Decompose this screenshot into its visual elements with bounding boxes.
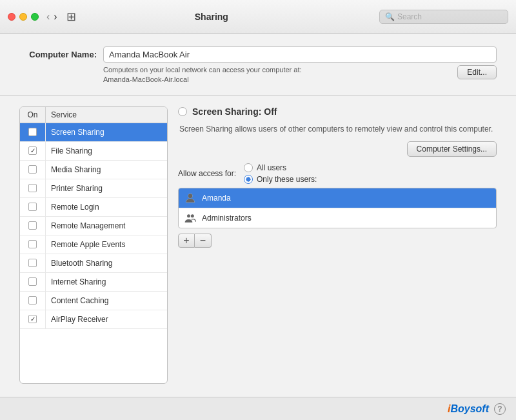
services-header-on: On: [20, 107, 46, 123]
service-checkbox[interactable]: ✓: [28, 315, 37, 323]
service-row[interactable]: Screen Sharing: [20, 123, 167, 142]
computer-name-section: Computer Name: Computers on your local n…: [19, 46, 497, 85]
screen-sharing-title: Screen Sharing: Off: [192, 106, 277, 117]
svg-point-2: [187, 214, 190, 217]
computer-name-input[interactable]: [103, 46, 497, 63]
panel-section: On Service Screen Sharing✓File SharingMe…: [19, 106, 497, 384]
computer-settings-button[interactable]: Computer Settings...: [407, 141, 497, 157]
service-checkbox[interactable]: [28, 259, 37, 267]
edit-button[interactable]: Edit...: [457, 65, 497, 79]
service-name: File Sharing: [46, 142, 167, 160]
service-name: Remote Management: [46, 217, 167, 235]
only-these-label: Only these users:: [257, 175, 317, 184]
services-rows: Screen Sharing✓File SharingMedia Sharing…: [20, 123, 167, 329]
only-these-radio[interactable]: [244, 175, 253, 184]
service-row[interactable]: Remote Apple Events: [20, 235, 167, 254]
computer-name-right: Computers on your local network can acce…: [103, 46, 497, 85]
svg-point-3: [191, 214, 194, 217]
service-checkbox[interactable]: [28, 296, 37, 305]
service-checkbox-cell: [20, 179, 46, 197]
svg-point-1: [188, 194, 193, 198]
access-options: All users Only these users:: [244, 163, 317, 184]
service-checkbox-cell: [20, 161, 46, 179]
service-checkbox-cell: [20, 292, 46, 310]
right-panel: Screen Sharing: Off Screen Sharing allow…: [178, 106, 497, 384]
service-checkbox[interactable]: [28, 221, 37, 230]
add-user-button[interactable]: +: [178, 234, 195, 248]
service-checkbox-cell: [20, 254, 46, 272]
service-checkbox-cell: [20, 217, 46, 235]
screen-sharing-radio[interactable]: [178, 107, 187, 116]
bottom-bar: iBoysoft ?: [0, 397, 516, 420]
minimize-button[interactable]: [19, 13, 27, 21]
titlebar: ‹ › ⊞ Sharing 🔍: [0, 0, 516, 34]
service-checkbox[interactable]: [28, 277, 37, 286]
search-icon: 🔍: [385, 12, 395, 21]
service-checkbox[interactable]: [28, 203, 37, 211]
divider: [0, 95, 516, 96]
maximize-button[interactable]: [31, 13, 39, 21]
computer-name-subtext: Computers on your local network can acce…: [103, 65, 451, 85]
computer-name-label: Computer Name:: [19, 46, 97, 59]
services-header: On Service: [20, 107, 167, 123]
close-button[interactable]: [8, 13, 15, 21]
all-users-label: All users: [257, 163, 286, 172]
service-name: Internet Sharing: [46, 273, 167, 291]
service-checkbox-cell: [20, 235, 46, 254]
service-checkbox[interactable]: [28, 240, 37, 248]
users-list: Amanda Administrators: [178, 188, 497, 228]
service-checkbox-cell: [20, 123, 46, 141]
service-name: Remote Apple Events: [46, 235, 167, 254]
access-row: Allow access for: All users Only these u…: [178, 163, 497, 184]
service-row[interactable]: Content Caching: [20, 292, 167, 310]
service-row[interactable]: Remote Management: [20, 217, 167, 235]
remove-user-button[interactable]: −: [195, 234, 212, 248]
all-users-radio[interactable]: [244, 163, 253, 172]
help-button[interactable]: ?: [494, 403, 506, 415]
access-option-these[interactable]: Only these users:: [244, 175, 317, 184]
access-option-all[interactable]: All users: [244, 163, 317, 172]
service-row[interactable]: Internet Sharing: [20, 273, 167, 292]
user-icon-group: [184, 212, 197, 225]
service-row[interactable]: Media Sharing: [20, 161, 167, 179]
service-row[interactable]: ✓File Sharing: [20, 142, 167, 161]
iboysoft-logo: iBoysoft: [448, 403, 489, 415]
service-name: Bluetooth Sharing: [46, 254, 167, 272]
search-input[interactable]: [397, 12, 501, 21]
window-title: Sharing: [44, 12, 379, 22]
main-content: Computer Name: Computers on your local n…: [0, 34, 516, 397]
allow-access-label: Allow access for:: [178, 169, 236, 178]
service-row[interactable]: Remote Login: [20, 198, 167, 217]
service-checkbox-cell: [20, 273, 46, 291]
access-section: Allow access for: All users Only these u…: [178, 163, 497, 248]
list-controls: + −: [178, 234, 497, 248]
service-checkbox-cell: ✓: [20, 310, 46, 328]
service-name: Screen Sharing: [46, 123, 167, 141]
service-checkbox-cell: ✓: [20, 142, 46, 160]
service-checkbox[interactable]: ✓: [28, 146, 37, 155]
user-name-administrators: Administrators: [202, 214, 252, 223]
screen-sharing-desc: Screen Sharing allows users of other com…: [178, 123, 497, 135]
services-list: On Service Screen Sharing✓File SharingMe…: [19, 106, 168, 384]
services-header-service: Service: [46, 107, 167, 123]
service-name: Media Sharing: [46, 161, 167, 179]
service-name: Content Caching: [46, 292, 167, 310]
screen-sharing-header: Screen Sharing: Off: [178, 106, 497, 117]
user-icon-single: [184, 192, 197, 205]
user-name-amanda: Amanda: [202, 194, 231, 203]
user-row-administrators[interactable]: Administrators: [179, 208, 496, 228]
search-box[interactable]: 🔍: [379, 10, 508, 24]
user-row-amanda[interactable]: Amanda: [179, 188, 496, 208]
service-checkbox[interactable]: [28, 184, 37, 192]
service-checkbox-cell: [20, 198, 46, 216]
service-row[interactable]: Bluetooth Sharing: [20, 254, 167, 273]
service-row[interactable]: Printer Sharing: [20, 179, 167, 198]
cn-sub-row: Computers on your local network can acce…: [103, 65, 497, 85]
service-checkbox[interactable]: [28, 128, 37, 136]
traffic-lights: [8, 13, 39, 21]
service-row[interactable]: ✓AirPlay Receiver: [20, 310, 167, 329]
service-name: Remote Login: [46, 198, 167, 216]
service-checkbox[interactable]: [28, 165, 37, 174]
service-name: AirPlay Receiver: [46, 310, 167, 328]
service-name: Printer Sharing: [46, 179, 167, 197]
